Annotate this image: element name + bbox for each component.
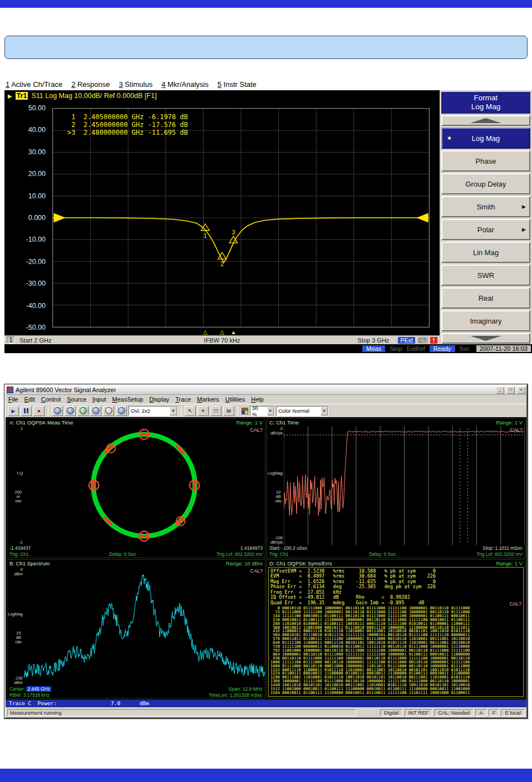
softkey-imaginary[interactable]: Imaginary bbox=[441, 310, 530, 331]
trace-badge: Tr1 bbox=[16, 92, 28, 100]
menu-control[interactable]: Control bbox=[41, 396, 61, 403]
pause-button[interactable] bbox=[21, 406, 32, 416]
menu-edit[interactable]: Edit bbox=[24, 396, 35, 403]
y-axis-label: 20.00 bbox=[28, 170, 46, 178]
vsa-titlebar[interactable]: Agilent 89600 Vector Signal Analyzer _ □… bbox=[6, 385, 526, 395]
y-axis-title: I-Q bbox=[17, 471, 23, 476]
correction-badge: C? bbox=[417, 337, 428, 344]
preset-button[interactable] bbox=[103, 406, 114, 416]
autoscale-button[interactable] bbox=[116, 406, 127, 416]
softkey-real[interactable]: Real bbox=[441, 287, 530, 309]
softkey-phase[interactable]: Phase bbox=[441, 150, 530, 172]
softkey-label: Phase bbox=[476, 157, 496, 165]
record-button[interactable]: ● bbox=[33, 406, 45, 416]
page-header-bar bbox=[0, 0, 532, 8]
marker-peak-tool-button[interactable]: M bbox=[223, 406, 234, 416]
softkey-group-delay[interactable]: Group Delay bbox=[441, 173, 530, 194]
panel-a-footer-2: Trig: Ch1 Delay: 0 Sec Trig Lvl: 402.320… bbox=[7, 551, 265, 558]
x-max-value: 1.4194973 bbox=[240, 545, 263, 551]
menu-trace[interactable]: Trace bbox=[175, 396, 191, 403]
close-button[interactable]: × bbox=[517, 387, 525, 394]
na-menubar: 1 Active Ch/Trace2 Response3 Stimulus4 M… bbox=[6, 80, 257, 89]
marker-tool-button[interactable]: + bbox=[198, 406, 209, 416]
maximize-button[interactable]: □ bbox=[506, 387, 515, 394]
panel-d-cal-badge: CAL? bbox=[510, 601, 521, 607]
span-label: Span: 12.8 MHz bbox=[229, 686, 263, 692]
softkey-swr[interactable]: SWR bbox=[441, 265, 530, 286]
y-axis-label: 50.00 bbox=[28, 104, 46, 112]
time-trace bbox=[284, 431, 524, 516]
y-axis-label: -10.00 bbox=[26, 236, 46, 243]
panel-d-range: Range: 1 V bbox=[496, 560, 523, 566]
continuous-button[interactable] bbox=[77, 406, 88, 416]
na-menu-mkr-analysis[interactable]: 4 Mkr/Analysis bbox=[161, 80, 209, 89]
softkey-lin-mag[interactable]: Lin Mag bbox=[441, 242, 530, 263]
panel-c-time: C: Ch1 Time Range: 1 V 0 dBVpk LogMag 10… bbox=[267, 418, 525, 558]
document-page: { "page": { "accent_blue": "#2634d6", "c… bbox=[0, 0, 532, 782]
marker-readout-row: 2 2.450000000 GHz -17.576 dB bbox=[67, 121, 188, 129]
start-time-label: Start: -100.2 uSec bbox=[269, 545, 308, 551]
status-cell: CAL: Needed bbox=[434, 709, 474, 716]
zone-tool-button[interactable]: □ bbox=[210, 406, 221, 416]
up-arrow-icon bbox=[470, 118, 501, 123]
symbols-errors-box: OffsetEVM = 2.5230 %rms 10.588 % pk at s… bbox=[268, 567, 524, 697]
status-message: Measurement running bbox=[7, 709, 356, 716]
na-menu-active-ch-trace[interactable]: 1 Active Ch/Trace bbox=[6, 80, 62, 89]
panel-b-title: B: Ch1 Spectrum bbox=[9, 560, 50, 566]
vsa-window: Agilent 89600 Vector Signal Analyzer _ □… bbox=[4, 384, 528, 719]
menu-utilities[interactable]: Utilities bbox=[225, 396, 245, 403]
continuous-icon bbox=[80, 407, 87, 414]
autorange-icon bbox=[92, 407, 100, 414]
panel-a-title: A: Ch1 OQPSK Meas Time bbox=[9, 419, 73, 426]
y-max-label: 0 dBVpk bbox=[270, 427, 283, 436]
restart-button[interactable] bbox=[52, 406, 63, 416]
softkey-log-mag[interactable]: Log Mag bbox=[441, 128, 530, 149]
softkey-label: Real bbox=[479, 294, 494, 302]
menu-meassetup[interactable]: MeasSetup bbox=[112, 396, 144, 403]
minimize-button[interactable]: _ bbox=[496, 387, 504, 394]
y-axis-title: LogMag bbox=[268, 471, 283, 476]
single-icon bbox=[67, 407, 74, 414]
network-analyzer-screen: ▶ Tr1 S11 Log Mag 10.00dB/ Ref 0.000dB [… bbox=[4, 90, 532, 353]
spectrum-svg bbox=[24, 567, 265, 686]
zoom-percent-value: 30 % bbox=[252, 405, 264, 417]
menu-markers[interactable]: Markers bbox=[197, 396, 219, 403]
stop-frequency-label: Stop 3 GHz bbox=[358, 337, 390, 344]
na-menu-stimulus[interactable]: 3 Stimulus bbox=[119, 80, 153, 89]
na-menu-response[interactable]: 2 Response bbox=[71, 80, 110, 89]
zoom-percent-select[interactable]: 30 % ▼ bbox=[250, 406, 274, 416]
y-axis-title: LogMag bbox=[8, 612, 23, 617]
color-palette-icon bbox=[242, 408, 248, 414]
center-value[interactable]: 2.445 GHz bbox=[26, 686, 51, 692]
panel-a-footer-1: -1.419437 1.4194973 bbox=[7, 545, 265, 551]
status-cell: E local bbox=[501, 709, 525, 716]
error-summary-line: Quad Err = 196.35 mdeg Gain Imb = -0.895… bbox=[270, 600, 521, 606]
autorange-button[interactable] bbox=[90, 406, 101, 416]
panel-c-cal-badge: CAL? bbox=[510, 427, 523, 433]
softkey-smith[interactable]: Smith▶ bbox=[441, 196, 530, 217]
softkey-polar[interactable]: Polar▶ bbox=[441, 219, 530, 240]
preset-icon bbox=[105, 407, 112, 414]
panel-b-footer-1: Center: 2.445 GHz Span: 12.8 MHz bbox=[7, 686, 265, 692]
menu-help[interactable]: Help bbox=[251, 396, 264, 403]
pointer-tool-button[interactable]: ↖ bbox=[185, 406, 196, 416]
chevron-down-icon: ▼ bbox=[170, 407, 177, 416]
softkey-label: SWR bbox=[477, 271, 494, 280]
menu-display[interactable]: Display bbox=[149, 396, 169, 403]
softkey-scroll-down-button[interactable] bbox=[441, 333, 530, 344]
menu-input[interactable]: Input bbox=[92, 396, 106, 403]
color-mode-select[interactable]: Color Normal ▼ bbox=[276, 406, 328, 416]
constellation-svg bbox=[24, 426, 265, 545]
marker-readout-row: 1 2.405000000 GHz -6.1978 dB bbox=[67, 113, 188, 121]
single-button[interactable] bbox=[65, 406, 76, 416]
y-scale-label: 10 dB /div bbox=[275, 490, 282, 504]
menu-file[interactable]: File bbox=[8, 396, 18, 403]
status-cell: A bbox=[475, 709, 486, 716]
na-menu-instr-state[interactable]: 5 Instr State bbox=[218, 80, 257, 89]
play-button[interactable]: ▶ bbox=[8, 406, 19, 416]
y-max-label: 0 dBm bbox=[14, 568, 23, 576]
menu-source[interactable]: Source bbox=[67, 396, 86, 403]
softkey-scroll-up-button[interactable] bbox=[441, 115, 530, 126]
y-min-label: -150 dBm bbox=[14, 676, 23, 685]
layout-select[interactable]: Ovl, 2x2 ▼ bbox=[129, 406, 178, 416]
